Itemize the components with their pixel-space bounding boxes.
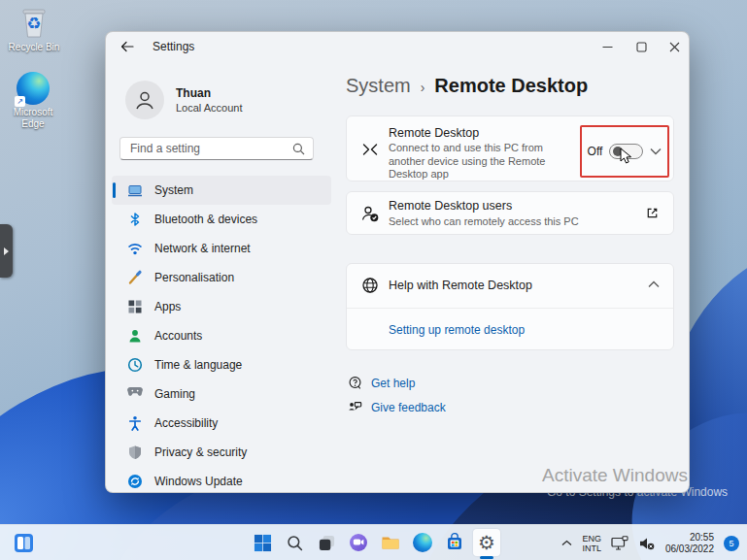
minimize-icon — [602, 42, 613, 52]
settings-search[interactable] — [119, 137, 314, 160]
search-icon — [292, 143, 305, 155]
sidebar-item-accounts[interactable]: Accounts — [112, 321, 331, 350]
titlebar: Settings — [106, 32, 689, 59]
clock[interactable]: 20:55 06/03/2022 — [665, 532, 714, 555]
sidebar-item-gaming[interactable]: Gaming — [112, 379, 331, 409]
back-arrow-icon — [119, 39, 135, 54]
sidebar-item-windows-update[interactable]: Windows Update — [112, 467, 331, 493]
settings-button-active[interactable]: ⚙ — [473, 529, 500, 556]
recycle-bin-icon: ♻ — [17, 5, 51, 40]
remote-desktop-icon — [360, 140, 380, 159]
system-tray: ENG INTL 20:55 06/03/2022 — [561, 525, 739, 560]
file-explorer-icon — [381, 533, 400, 552]
edge-shortcut[interactable]: ↗ Microsoft Edge — [4, 72, 62, 130]
sidebar-item-privacy-security[interactable]: Privacy & security — [112, 438, 331, 467]
side-panel-handle[interactable] — [0, 224, 13, 278]
breadcrumb-system[interactable]: System — [346, 75, 411, 97]
remote-desktop-toggle[interactable] — [609, 144, 643, 159]
help-card-header[interactable]: Help with Remote Desktop — [347, 264, 673, 308]
sidebar-item-network-internet[interactable]: Network & internet — [112, 234, 331, 263]
taskbar: ⚙ ENG INTL — [0, 524, 747, 560]
sidebar-item-time-language[interactable]: Time & language — [112, 350, 331, 379]
network-button[interactable] — [611, 536, 628, 551]
edge-icon: ↗ — [17, 72, 50, 105]
sidebar-item-label: Network & internet — [154, 242, 251, 255]
sidebar-item-label: Gaming — [154, 387, 195, 401]
setting-description: Connect to and use this PC from another … — [389, 142, 565, 181]
sidebar-item-system[interactable]: System — [112, 176, 331, 205]
taskbar-center: ⚙ — [249, 529, 500, 556]
sidebar-item-label: Windows Update — [154, 475, 243, 488]
tray-expand-button[interactable] — [561, 540, 572, 546]
wifi-icon — [127, 241, 143, 256]
settings-window: Settings Thuan — [105, 31, 690, 493]
recycle-bin-shortcut[interactable]: ♻ Recycle Bin — [6, 5, 62, 53]
sidebar-item-label: Accessibility — [154, 416, 218, 430]
network-display-icon — [611, 536, 628, 551]
give-feedback-link[interactable]: Give feedback — [348, 400, 446, 414]
microsoft-store-icon — [445, 533, 464, 552]
notification-badge[interactable]: 5 — [724, 536, 739, 551]
recycle-arrows-icon: ♻ — [26, 13, 41, 33]
page-title: Remote Desktop — [434, 75, 588, 97]
setting-up-remote-desktop-link[interactable]: Setting up remote desktop — [389, 323, 525, 337]
edge-button[interactable] — [409, 529, 436, 556]
language-line2: INTL — [582, 544, 601, 553]
sidebar-item-label: Personalisation — [154, 271, 234, 284]
windows-start-icon — [254, 534, 272, 552]
microsoft-store-button[interactable] — [441, 529, 468, 556]
file-explorer-button[interactable] — [377, 529, 404, 556]
setting-title: Remote Desktop — [389, 126, 479, 140]
sidebar-item-label: System — [154, 183, 193, 197]
user-avatar[interactable] — [125, 81, 164, 119]
maximize-icon — [636, 42, 647, 52]
person-icon — [133, 88, 156, 112]
back-button[interactable] — [119, 39, 135, 54]
task-view-button[interactable] — [313, 529, 340, 556]
tutorial-highlight-box: Off — [580, 125, 669, 178]
shield-icon — [127, 445, 143, 460]
language-line1: ENG — [582, 534, 601, 544]
maximize-button[interactable] — [625, 36, 658, 57]
volume-button[interactable] — [638, 536, 656, 551]
sidebar-item-accessibility[interactable]: Accessibility — [112, 409, 331, 438]
toggle-state-label: Off — [588, 145, 603, 158]
chevron-up-icon[interactable] — [648, 280, 660, 288]
breadcrumb-separator: › — [421, 80, 425, 95]
get-help-link[interactable]: Get help — [348, 376, 415, 390]
chevron-up-icon — [561, 540, 572, 546]
chat-button[interactable] — [345, 529, 372, 556]
close-button[interactable] — [658, 36, 690, 57]
tray-date: 06/03/2022 — [665, 544, 714, 555]
remote-desktop-users-card[interactable]: Remote Desktop users Select who can remo… — [346, 191, 674, 235]
desktop: ♻ Recycle Bin ↗ Microsoft Edge Go to Set… — [0, 0, 747, 560]
accounts-icon — [127, 328, 143, 344]
accessibility-icon — [127, 415, 143, 431]
divider — [347, 308, 673, 309]
expand-arrow-icon — [4, 247, 9, 255]
desktop-icon-label: Recycle Bin — [9, 42, 60, 53]
sidebar-item-bluetooth-devices[interactable]: Bluetooth & devices — [112, 205, 331, 234]
sidebar-item-personalisation[interactable]: Personalisation — [112, 263, 331, 292]
widgets-button[interactable] — [10, 529, 37, 556]
teams-chat-icon — [349, 533, 368, 552]
remote-desktop-card[interactable]: Remote Desktop Connect to and use this P… — [346, 115, 674, 181]
task-view-icon — [318, 534, 336, 552]
chevron-down-icon[interactable] — [650, 148, 662, 155]
external-link-icon[interactable] — [645, 206, 660, 220]
language-indicator[interactable]: ENG INTL — [582, 534, 601, 553]
activate-windows-watermark: Activate Windows — [542, 465, 688, 486]
get-help-label: Get help — [371, 377, 415, 390]
sidebar-nav: System Bluetooth & devices Network & int… — [112, 176, 331, 493]
user-account-type: Local Account — [176, 102, 243, 114]
windows-update-icon — [127, 474, 143, 489]
sidebar-item-apps[interactable]: Apps — [112, 292, 331, 321]
time-language-icon — [127, 357, 143, 373]
feedback-icon — [348, 400, 362, 414]
apps-icon — [127, 299, 143, 314]
start-button[interactable] — [249, 529, 276, 556]
search-input[interactable] — [120, 142, 292, 155]
settings-gear-icon: ⚙ — [478, 533, 495, 552]
search-button[interactable] — [281, 529, 308, 556]
minimize-button[interactable] — [591, 36, 624, 57]
